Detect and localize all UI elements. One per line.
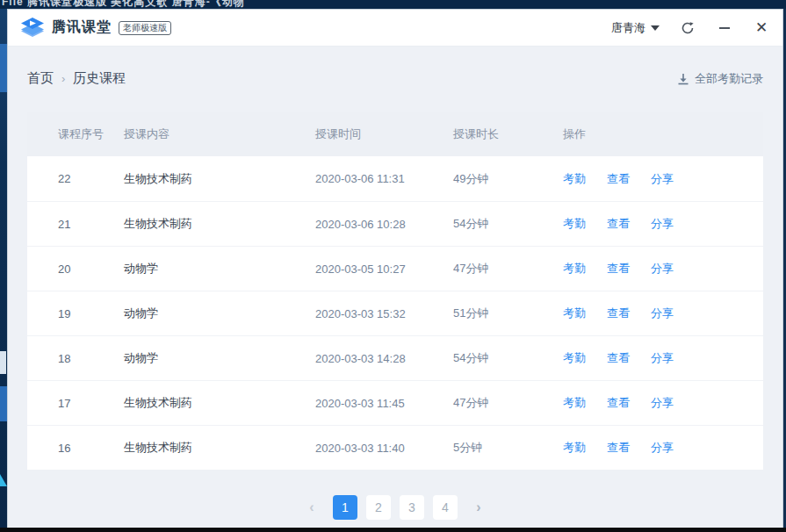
attendance-link[interactable]: 考勤 bbox=[563, 171, 586, 187]
cell-time: 2020-03-06 11:31 bbox=[315, 172, 453, 185]
cell-duration: 47分钟 bbox=[453, 261, 563, 277]
table-row: 16 生物技术制药 2020-03-03 11:40 5分钟 考勤 查看 分享 bbox=[27, 425, 763, 470]
column-header-content: 授课内容 bbox=[124, 126, 315, 142]
background-fragment bbox=[0, 474, 7, 486]
view-link[interactable]: 查看 bbox=[607, 395, 630, 411]
column-header-duration: 授课时长 bbox=[453, 126, 563, 142]
cell-actions: 考勤 查看 分享 bbox=[563, 306, 763, 321]
cell-content: 动物学 bbox=[124, 350, 315, 366]
tencent-classroom-logo-icon bbox=[20, 17, 45, 40]
download-icon bbox=[677, 73, 689, 85]
app-titlebar: 腾讯课堂 老师极速版 唐青海 ✕ bbox=[8, 10, 782, 47]
cell-content: 生物技术制药 bbox=[124, 440, 315, 456]
share-link[interactable]: 分享 bbox=[651, 261, 674, 277]
cell-time: 2020-03-05 10:27 bbox=[315, 262, 453, 276]
share-link[interactable]: 分享 bbox=[651, 216, 674, 232]
view-link[interactable]: 查看 bbox=[607, 440, 630, 456]
brand: 腾讯课堂 老师极速版 bbox=[20, 17, 171, 40]
cell-course-no: 22 bbox=[27, 172, 124, 185]
table-row: 22 生物技术制药 2020-03-06 11:31 49分钟 考勤 查看 分享 bbox=[27, 156, 763, 201]
background-fragment bbox=[0, 44, 7, 92]
cell-content: 生物技术制药 bbox=[124, 171, 315, 187]
attendance-link[interactable]: 考勤 bbox=[563, 261, 586, 277]
breadcrumb: 首页 › 历史课程 bbox=[27, 70, 126, 87]
pagination-next-icon[interactable]: › bbox=[466, 495, 491, 520]
cell-time: 2020-03-03 11:40 bbox=[315, 442, 453, 455]
cell-course-no: 18 bbox=[27, 352, 124, 365]
table-row: 17 生物技术制药 2020-03-03 11:45 47分钟 考勤 查看 分享 bbox=[27, 380, 763, 425]
table-header-row: 课程序号 授课内容 授课时间 授课时长 操作 bbox=[27, 112, 763, 156]
attendance-link[interactable]: 考勤 bbox=[563, 395, 586, 411]
cell-time: 2020-03-03 11:45 bbox=[315, 397, 453, 410]
pagination-prev-icon[interactable]: ‹ bbox=[299, 495, 324, 520]
cell-actions: 考勤 查看 分享 bbox=[563, 440, 763, 456]
all-attendance-records-link[interactable]: 全部考勤记录 bbox=[677, 71, 763, 87]
edition-badge: 老师极速版 bbox=[119, 21, 171, 35]
pagination-page-3[interactable]: 3 bbox=[400, 495, 424, 520]
app-window: 腾讯课堂 老师极速版 唐青海 ✕ 首页 bbox=[7, 9, 783, 528]
cell-time: 2020-03-03 15:32 bbox=[315, 307, 453, 320]
cell-time: 2020-03-06 10:28 bbox=[315, 218, 453, 231]
view-link[interactable]: 查看 bbox=[607, 350, 630, 366]
close-button[interactable]: ✕ bbox=[753, 19, 770, 37]
column-header-actions: 操作 bbox=[563, 126, 763, 142]
attendance-link[interactable]: 考勤 bbox=[563, 216, 586, 232]
cell-course-no: 20 bbox=[27, 262, 124, 276]
attendance-link[interactable]: 考勤 bbox=[563, 350, 586, 366]
user-menu[interactable]: 唐青海 bbox=[611, 20, 660, 36]
breadcrumb-current: 历史课程 bbox=[73, 70, 126, 87]
table-row: 18 动物学 2020-03-03 14:28 54分钟 考勤 查看 分享 bbox=[27, 335, 763, 380]
close-icon: ✕ bbox=[755, 20, 768, 35]
background-window-left-edge bbox=[0, 9, 7, 528]
table-row: 20 动物学 2020-03-05 10:27 47分钟 考勤 查看 分享 bbox=[27, 246, 763, 291]
cell-duration: 54分钟 bbox=[453, 350, 563, 366]
pagination: ‹ 1234› bbox=[27, 495, 763, 520]
cell-duration: 47分钟 bbox=[453, 395, 563, 411]
pagination-page-1[interactable]: 1 bbox=[333, 495, 357, 520]
cell-content: 动物学 bbox=[124, 261, 315, 277]
pagination-page-2[interactable]: 2 bbox=[366, 495, 391, 520]
share-link[interactable]: 分享 bbox=[651, 306, 674, 321]
cell-duration: 49分钟 bbox=[453, 171, 563, 187]
cell-duration: 5分钟 bbox=[453, 440, 563, 456]
minimize-icon bbox=[719, 27, 730, 29]
attendance-link[interactable]: 考勤 bbox=[563, 306, 586, 321]
cell-course-no: 17 bbox=[27, 397, 124, 410]
cell-actions: 考勤 查看 分享 bbox=[563, 395, 763, 411]
background-window-title: File 腾讯课堂极速版 美化高义歌 唐青海-《动物 bbox=[2, 0, 245, 9]
pagination-page-4[interactable]: 4 bbox=[433, 495, 458, 520]
view-link[interactable]: 查看 bbox=[607, 171, 630, 187]
cell-content: 动物学 bbox=[124, 306, 315, 321]
background-fragment bbox=[0, 386, 7, 421]
share-link[interactable]: 分享 bbox=[651, 440, 674, 456]
cell-course-no: 19 bbox=[27, 307, 124, 320]
cell-course-no: 16 bbox=[27, 442, 124, 455]
view-link[interactable]: 查看 bbox=[607, 216, 630, 232]
cell-duration: 54分钟 bbox=[453, 216, 563, 232]
cell-duration: 51分钟 bbox=[453, 306, 563, 321]
cell-actions: 考勤 查看 分享 bbox=[563, 171, 763, 187]
app-name: 腾讯课堂 bbox=[52, 18, 112, 37]
username: 唐青海 bbox=[611, 20, 645, 36]
background-window-bottom-edge bbox=[0, 528, 786, 532]
breadcrumb-home-link[interactable]: 首页 bbox=[27, 70, 54, 87]
cell-actions: 考勤 查看 分享 bbox=[563, 216, 763, 232]
share-link[interactable]: 分享 bbox=[651, 395, 674, 411]
view-link[interactable]: 查看 bbox=[607, 306, 630, 321]
table-row: 19 动物学 2020-03-03 15:32 51分钟 考勤 查看 分享 bbox=[27, 291, 763, 335]
cell-course-no: 21 bbox=[27, 218, 124, 231]
breadcrumb-separator: › bbox=[61, 72, 65, 85]
cell-time: 2020-03-03 14:28 bbox=[315, 352, 453, 365]
cell-content: 生物技术制药 bbox=[124, 395, 315, 411]
background-fragment bbox=[0, 351, 6, 374]
share-link[interactable]: 分享 bbox=[651, 171, 674, 187]
view-link[interactable]: 查看 bbox=[607, 261, 630, 277]
attendance-link[interactable]: 考勤 bbox=[563, 440, 586, 456]
column-header-course-no: 课程序号 bbox=[27, 126, 124, 142]
refresh-button[interactable] bbox=[679, 19, 696, 37]
share-link[interactable]: 分享 bbox=[651, 350, 674, 366]
cell-actions: 考勤 查看 分享 bbox=[563, 261, 763, 277]
chevron-down-icon bbox=[651, 25, 660, 31]
minimize-button[interactable] bbox=[716, 19, 733, 37]
cell-actions: 考勤 查看 分享 bbox=[563, 350, 763, 366]
